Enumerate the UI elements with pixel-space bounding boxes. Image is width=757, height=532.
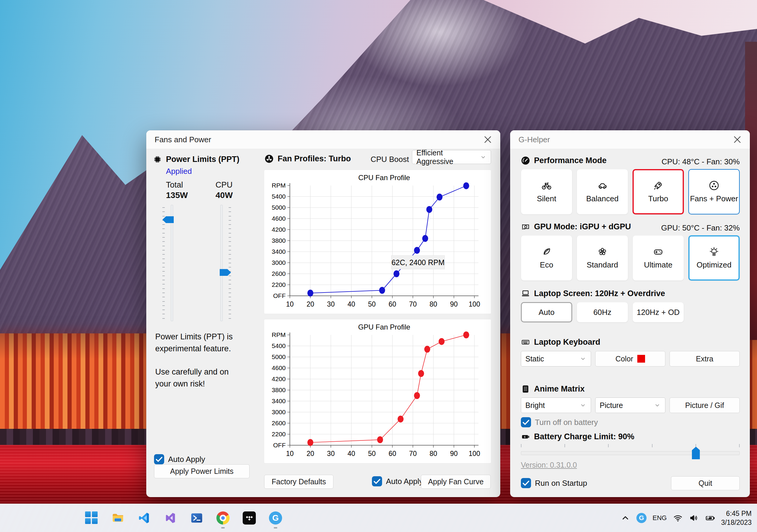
battery-slider-thumb[interactable]	[692, 447, 700, 459]
factory-defaults-button[interactable]: Factory Defaults	[264, 475, 333, 489]
svg-text:50: 50	[368, 300, 376, 308]
fans-window-titlebar[interactable]: Fans and Power	[146, 130, 500, 149]
cpu-fan-curve-point[interactable]	[437, 194, 442, 200]
performance-fans-power-button[interactable]: Fans + Power	[688, 169, 740, 214]
chevron-down-icon	[579, 402, 587, 409]
svg-text:100: 100	[469, 450, 480, 458]
cpu-fan-curve-point[interactable]	[426, 206, 432, 213]
keyboard-mode-dropdown[interactable]: Static	[521, 351, 591, 367]
keyboard-extra-button[interactable]: Extra	[670, 351, 740, 367]
version-link[interactable]: Version: 0.31.0.0	[521, 461, 577, 469]
performance-turbo-button[interactable]: Turbo	[632, 169, 684, 214]
apply-fan-curve-button[interactable]: Apply Fan Curve	[421, 475, 491, 489]
rocket-icon	[653, 180, 664, 191]
performance-balanced-button[interactable]: Balanced	[577, 169, 628, 214]
cpu-fan-chart[interactable]: CPU Fan ProfileOFF2200260030003400380042…	[264, 170, 491, 314]
gpu-mode-ultimate-button[interactable]: Ultimate	[632, 235, 684, 281]
explorer-taskbar-icon[interactable]	[109, 507, 127, 529]
anime-brightness-dropdown[interactable]: Bright	[521, 398, 591, 413]
gpu-mode-eco-button[interactable]: Eco	[521, 235, 572, 281]
ghelper-tray-icon[interactable]: G	[636, 513, 647, 523]
button-label: Ultimate	[644, 260, 672, 269]
tidal-taskbar-icon[interactable]	[240, 507, 258, 529]
chrome-taskbar-icon[interactable]	[214, 507, 232, 529]
svg-text:5400: 5400	[272, 342, 286, 349]
battery-icon[interactable]	[705, 513, 715, 523]
anime-battery-off-checkbox[interactable]: Turn off on battery	[521, 417, 598, 427]
screen-auto-button[interactable]: Auto	[521, 302, 572, 322]
start-taskbar-icon[interactable]	[82, 507, 101, 529]
gpu-mode-buttons: EcoStandardUltimateOptimized	[521, 235, 740, 281]
cpu-power-slider[interactable]	[208, 205, 235, 321]
gpu-temp-status: GPU: 50°C - Fan: 32%	[661, 223, 740, 233]
gpu-fan-curve-point[interactable]	[398, 416, 404, 423]
language-indicator[interactable]: ENG	[652, 514, 667, 522]
screen-120hz-od-button[interactable]: 120Hz + OD	[632, 302, 684, 322]
wifi-icon[interactable]	[673, 513, 683, 523]
total-power-slider[interactable]	[158, 205, 186, 321]
taskbar-clock[interactable]: 6:45 PM 3/18/2023	[721, 509, 752, 527]
gpu-mode-standard-button[interactable]: Standard	[577, 235, 628, 281]
visual-studio-taskbar-icon[interactable]	[161, 507, 180, 529]
clock-time: 6:45 PM	[721, 509, 752, 518]
powershell-taskbar-icon[interactable]	[188, 507, 206, 529]
screen-60hz-button[interactable]: 60Hz	[577, 302, 628, 322]
svg-text:4200: 4200	[272, 376, 286, 382]
vscode-taskbar-icon[interactable]	[135, 507, 153, 529]
flower-icon	[597, 246, 608, 257]
powershell-app-icon	[190, 512, 203, 524]
cpu-boost-dropdown[interactable]: Efficient Aggressive	[412, 150, 491, 164]
svg-text:80: 80	[430, 300, 437, 308]
keyboard-color-button[interactable]: Color	[595, 351, 665, 367]
g-helper-taskbar-icon[interactable]: G	[266, 507, 285, 529]
anime-matrix-title: Anime Matrix	[534, 384, 585, 394]
gpu-fan-curve-point[interactable]	[308, 439, 314, 446]
performance-silent-button[interactable]: Silent	[521, 169, 572, 214]
gpu-fan-curve-point[interactable]	[377, 436, 383, 443]
explorer-app-icon	[111, 512, 125, 524]
applied-link[interactable]: Applied	[166, 167, 192, 176]
auto-apply-fan-checkbox[interactable]: Auto Apply	[372, 476, 423, 486]
cpu-fan-curve-point[interactable]	[414, 247, 420, 254]
volume-icon[interactable]	[689, 513, 699, 523]
gpu-fan-curve-point[interactable]	[418, 370, 424, 377]
gpu-mode-optimized-button[interactable]: Optimized	[688, 235, 740, 281]
ghelper-window: G-Helper Performance Mode CPU: 48°C - Fa…	[510, 130, 750, 497]
slider-track[interactable]	[521, 451, 740, 455]
bicycle-icon	[541, 180, 552, 191]
cpu-fan-curve-point[interactable]	[308, 290, 314, 296]
quit-button[interactable]: Quit	[671, 476, 740, 490]
cpu-boost-label: CPU Boost	[352, 155, 409, 164]
cpu-value: 40W	[216, 190, 233, 200]
ghelper-titlebar[interactable]: G-Helper	[510, 130, 750, 149]
close-icon[interactable]	[732, 134, 743, 145]
svg-text:40: 40	[348, 300, 355, 308]
run-on-startup-checkbox[interactable]: Run on Startup	[521, 478, 587, 488]
anime-picture-gif-button[interactable]: Picture / Gif	[670, 398, 740, 413]
cpu-fan-curve-point[interactable]	[379, 287, 385, 294]
anime-running-dropdown[interactable]: Picture	[595, 398, 665, 413]
g-helper-app-icon: G	[269, 512, 282, 524]
gpu-fan-curve-point[interactable]	[424, 346, 430, 353]
gpu-fan-curve-point[interactable]	[463, 332, 469, 338]
svg-text:OFF: OFF	[273, 292, 286, 299]
apply-power-limits-button[interactable]: Apply Power Limits	[154, 464, 250, 478]
gpu-fan-curve-point[interactable]	[439, 338, 444, 345]
auto-apply-power-checkbox[interactable]: Auto Apply	[154, 454, 205, 464]
battery-limit-slider[interactable]	[521, 444, 740, 459]
svg-text:5000: 5000	[272, 353, 286, 360]
svg-text:OFF: OFF	[273, 442, 286, 449]
cpu-fan-curve-point[interactable]	[393, 270, 399, 277]
button-label: 120Hz + OD	[637, 308, 680, 317]
gpu-fan-chart[interactable]: GPU Fan ProfileOFF2200260030003400380042…	[264, 320, 491, 463]
svg-text:2600: 2600	[272, 270, 286, 277]
running-indicator-dot	[274, 527, 277, 528]
cpu-fan-curve-point[interactable]	[422, 235, 428, 242]
chevron-up-icon[interactable]	[620, 513, 630, 523]
cpu-fan-curve-point[interactable]	[463, 182, 469, 189]
gpu-fan-curve-point[interactable]	[414, 392, 420, 399]
taskbar: G G ENG 6:45 PM 3/18/2023	[0, 504, 757, 532]
slider-track[interactable]	[220, 205, 223, 321]
close-icon[interactable]	[482, 134, 493, 145]
chrome-app-icon	[216, 512, 229, 524]
